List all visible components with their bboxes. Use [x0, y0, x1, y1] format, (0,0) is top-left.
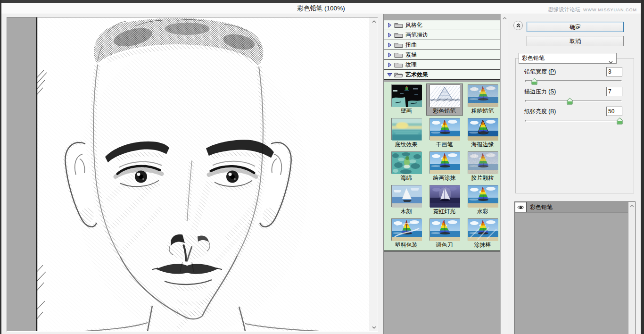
filter-thumbnail-4[interactable]: 底纹效果: [387, 117, 425, 150]
slider-track[interactable]: [525, 80, 622, 82]
scroll-up-icon[interactable]: [628, 202, 635, 209]
filter-thumbnail[interactable]: 调色刀: [426, 217, 463, 250]
slider-value-input[interactable]: [606, 87, 622, 96]
scroll-up-icon[interactable]: [370, 17, 378, 25]
ok-button[interactable]: 确定: [527, 22, 624, 32]
filter-thumbnail-14[interactable]: 调色刀: [425, 217, 463, 251]
filter-thumbnail-image[interactable]: [468, 118, 498, 140]
slider-value-input[interactable]: [606, 107, 622, 116]
effect-layers-panel: 彩色铅笔: [514, 201, 636, 334]
filter-thumbnail-image[interactable]: [429, 118, 460, 140]
filter-thumbnail-image[interactable]: [391, 118, 421, 140]
preview-vertical-scrollbar[interactable]: [370, 17, 378, 331]
filter-thumbnail-9[interactable]: 胶片颗粒: [463, 150, 502, 184]
scroll-up-icon[interactable]: [501, 14, 509, 22]
filter-thumbnail-label: 壁画: [401, 107, 412, 115]
filter-thumbnail-3[interactable]: 粗糙蜡笔: [463, 84, 502, 117]
portrait-sketch: [36, 17, 370, 331]
filter-thumbnail-image[interactable]: [391, 218, 421, 241]
filter-thumbnail-image[interactable]: [391, 84, 421, 107]
filter-thumbnail-1[interactable]: 壁画: [387, 84, 425, 117]
filter-thumbnail[interactable]: 底纹效果: [388, 117, 425, 149]
slider-thumb[interactable]: [567, 98, 573, 105]
effect-layer-row-1[interactable]: 彩色铅笔: [515, 202, 628, 213]
filter-thumbnail-11[interactable]: 霓虹灯光: [425, 184, 463, 217]
filter-category-6[interactable]: 艺术效果: [384, 70, 500, 80]
filter-list-panel: 风格化画笔描边扭曲素描纹理艺术效果 壁画彩色铅笔粗糙蜡笔底纹效果干画笔海报边缘海…: [383, 14, 508, 334]
double-chevron-up-icon: [516, 23, 521, 28]
filter-thumbnail-image[interactable]: [429, 151, 460, 174]
filter-thumbnail-image[interactable]: [429, 185, 460, 207]
preview-canvas[interactable]: [7, 17, 378, 332]
filter-thumbnail[interactable]: 粗糙蜡笔: [464, 84, 501, 116]
filter-category-5[interactable]: 纹理: [384, 60, 500, 70]
filter-thumbnail-image[interactable]: [468, 218, 498, 241]
triangle-down-icon[interactable]: [387, 73, 392, 77]
slider-label: 铅笔宽度 (P): [524, 68, 556, 76]
watermark-site-url: WWW.MISSYUAN.COM: [583, 8, 637, 12]
slider-row-p: 铅笔宽度 (P): [516, 67, 634, 86]
filter-thumbnail-8[interactable]: 绘画涂抹: [425, 150, 463, 184]
filter-thumbnail-6[interactable]: 海报边缘: [463, 117, 502, 150]
slider-track[interactable]: [525, 100, 622, 102]
filter-thumbnail[interactable]: 绘画涂抹: [426, 150, 463, 183]
filter-thumbnail-image[interactable]: [391, 185, 421, 207]
collapse-panel-button[interactable]: [513, 21, 523, 30]
filter-thumbnail[interactable]: 水彩: [464, 184, 501, 216]
filter-thumbnail-image[interactable]: [468, 84, 498, 107]
filter-thumbnail[interactable]: 胶片颗粒: [464, 150, 501, 183]
slider-value-input[interactable]: [606, 67, 622, 76]
filter-thumbnail[interactable]: 壁画: [388, 84, 425, 116]
selected-filter-thumbnail[interactable]: 彩色铅笔: [426, 84, 463, 116]
slider-thumb[interactable]: [617, 117, 623, 125]
filter-thumbnail-15[interactable]: 涂抹棒: [463, 217, 502, 251]
slider-label: 描边压力 (S): [524, 88, 556, 96]
filter-category-1[interactable]: 风格化: [384, 20, 500, 30]
triangle-right-icon[interactable]: [387, 62, 392, 67]
layer-visibility-toggle[interactable]: [515, 202, 527, 212]
filter-thumbnail-image[interactable]: [468, 151, 498, 174]
filter-thumbnail[interactable]: 海绵: [388, 150, 425, 183]
watermark: 思缘设计论坛WWW.MISSYUAN.COM: [548, 5, 637, 13]
filter-thumbnail-label: 胶片颗粒: [471, 174, 494, 182]
filter-category-4[interactable]: 素描: [384, 50, 500, 60]
filter-thumbnail[interactable]: 涂抹棒: [464, 217, 501, 250]
filter-thumbnail-12[interactable]: 水彩: [463, 184, 502, 217]
filter-thumbnail-image[interactable]: [468, 185, 498, 207]
triangle-right-icon[interactable]: [387, 52, 392, 58]
filter-thumbnail-10[interactable]: 木刻: [387, 184, 425, 217]
filter-thumbnail[interactable]: 干画笔: [426, 117, 463, 149]
filter-thumbnail-label: 海报边缘: [471, 141, 494, 149]
filter-thumbnail-13[interactable]: 塑料包装: [387, 217, 425, 251]
filter-thumbnail-5[interactable]: 干画笔: [425, 117, 463, 150]
filter-select-dropdown[interactable]: 彩色铅笔: [519, 53, 617, 64]
filter-thumbnail[interactable]: 霓虹灯光: [426, 184, 463, 216]
triangle-right-icon[interactable]: [387, 23, 392, 28]
layer-list-scrollbar[interactable]: [628, 202, 635, 334]
chevron-down-icon: [609, 57, 613, 67]
portrait-sketch-preview[interactable]: [36, 17, 370, 331]
filter-thumbnail-label: 霓虹灯光: [433, 208, 456, 216]
category-label: 画笔描边: [405, 31, 428, 39]
scroll-down-icon[interactable]: [370, 324, 378, 331]
filter-thumbnail-2[interactable]: 彩色铅笔: [425, 84, 463, 117]
filter-thumbnail-image[interactable]: [429, 218, 460, 241]
slider-thumb[interactable]: [531, 78, 537, 85]
filter-settings-groupbox: 铅笔宽度 (P)描边压力 (S)纸张亮度 (B): [515, 58, 634, 193]
filter-list-scrollbar[interactable]: [500, 14, 509, 334]
filter-thumbnail[interactable]: 海报边缘: [464, 117, 501, 149]
slider-track[interactable]: [525, 120, 622, 122]
filter-thumbnail[interactable]: 木刻: [388, 184, 425, 216]
triangle-right-icon[interactable]: [387, 42, 392, 48]
filter-thumbnail-7[interactable]: 海绵: [387, 150, 425, 184]
folder-icon: [394, 51, 403, 58]
filter-category-3[interactable]: 扭曲: [384, 40, 500, 50]
filter-category-2[interactable]: 画笔描边: [384, 30, 500, 40]
filter-thumbnail-image[interactable]: [429, 84, 460, 107]
cancel-button[interactable]: 取消: [527, 36, 624, 46]
window-edge-right: [641, 0, 644, 334]
folder-open-icon: [394, 71, 403, 78]
filter-thumbnail-image[interactable]: [391, 151, 421, 174]
triangle-right-icon[interactable]: [387, 33, 392, 38]
filter-thumbnail[interactable]: 塑料包装: [388, 217, 425, 250]
